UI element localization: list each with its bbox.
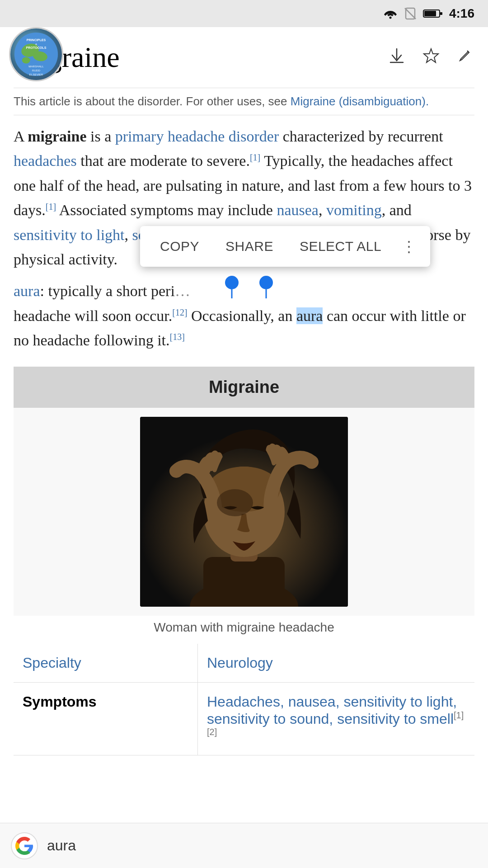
svg-rect-4 xyxy=(440,12,442,15)
infobox-image-container xyxy=(14,408,474,616)
infobox: Migraine xyxy=(14,367,474,755)
battery-icon xyxy=(423,8,443,19)
status-icons: 4:16 xyxy=(383,6,474,21)
search-query[interactable]: aura xyxy=(47,837,477,854)
avatar: PRINCIPLES & PROTOCOLS MARSHALL RUDD ELS… xyxy=(9,27,63,81)
disambiguation-notice: This article is about the disorder. For … xyxy=(14,88,474,115)
disambiguation-link[interactable]: Migraine (disambiguation). xyxy=(291,94,429,108)
link-sensitivity-light[interactable]: sensitivity to light xyxy=(14,226,125,243)
edit-icon[interactable] xyxy=(456,47,474,70)
infobox-row-symptoms: Symptoms Headaches, nausea, sensitivity … xyxy=(14,683,474,755)
infobox-title: Migraine xyxy=(14,367,474,408)
select-all-button[interactable]: SELECT ALL xyxy=(289,226,392,267)
selection-handle-left[interactable] xyxy=(225,276,239,289)
share-button[interactable]: SHARE xyxy=(215,226,284,267)
sim-off-icon xyxy=(404,7,417,20)
status-time: 4:16 xyxy=(449,6,474,21)
svg-point-24 xyxy=(217,489,253,516)
selected-aura-text: aura xyxy=(296,307,323,324)
svg-text:RUDD: RUDD xyxy=(32,69,40,72)
status-bar: 4:16 xyxy=(0,0,488,27)
infobox-image xyxy=(140,417,348,607)
svg-rect-20 xyxy=(203,557,285,607)
infobox-label-symptoms: Symptoms xyxy=(14,683,198,755)
infobox-value-specialty[interactable]: Neurology xyxy=(198,644,474,682)
infobox-row-specialty: Specialty Neurology xyxy=(14,644,474,683)
star-icon[interactable] xyxy=(422,47,440,70)
svg-text:ELSEVIER: ELSEVIER xyxy=(29,73,43,76)
svg-rect-5 xyxy=(424,11,436,16)
svg-line-2 xyxy=(405,8,416,19)
download-icon[interactable] xyxy=(388,47,406,70)
header-actions xyxy=(388,41,474,70)
infobox-label-specialty[interactable]: Specialty xyxy=(14,644,198,682)
svg-text:PRINCIPLES: PRINCIPLES xyxy=(27,38,46,42)
link-headaches[interactable]: headaches xyxy=(14,152,77,169)
link-aura-1[interactable]: aura xyxy=(14,283,40,299)
svg-point-0 xyxy=(389,17,391,19)
svg-text:MARSHALL: MARSHALL xyxy=(28,65,44,68)
bottom-search-bar: aura xyxy=(0,823,488,868)
svg-point-9 xyxy=(22,57,30,63)
svg-text:PROTOCOLS: PROTOCOLS xyxy=(26,46,47,50)
link-vomiting[interactable]: vomiting xyxy=(326,202,382,218)
article-content: This article is about the disorder. For … xyxy=(0,83,488,760)
link-nausea[interactable]: nausea xyxy=(277,202,319,218)
page-header: Migraine xyxy=(0,27,488,79)
copy-button[interactable]: COPY xyxy=(149,226,210,267)
disambiguation-text: This article is about the disorder. For … xyxy=(14,94,291,108)
selection-handle-right[interactable] xyxy=(259,276,273,289)
infobox-value-symptoms[interactable]: Headaches, nausea, sensitivity to light,… xyxy=(198,683,474,755)
infobox-caption: Woman with migraine headache xyxy=(14,616,474,644)
svg-marker-16 xyxy=(424,49,438,62)
wifi-icon xyxy=(383,8,398,19)
link-primary-headache[interactable]: primary headache disorder xyxy=(115,128,279,145)
more-options-button[interactable]: ⋮ xyxy=(397,237,421,255)
google-logo[interactable] xyxy=(11,832,38,859)
selection-toolbar: COPY SHARE SELECT ALL ⋮ xyxy=(140,226,430,267)
page-title: Migraine xyxy=(14,41,388,74)
